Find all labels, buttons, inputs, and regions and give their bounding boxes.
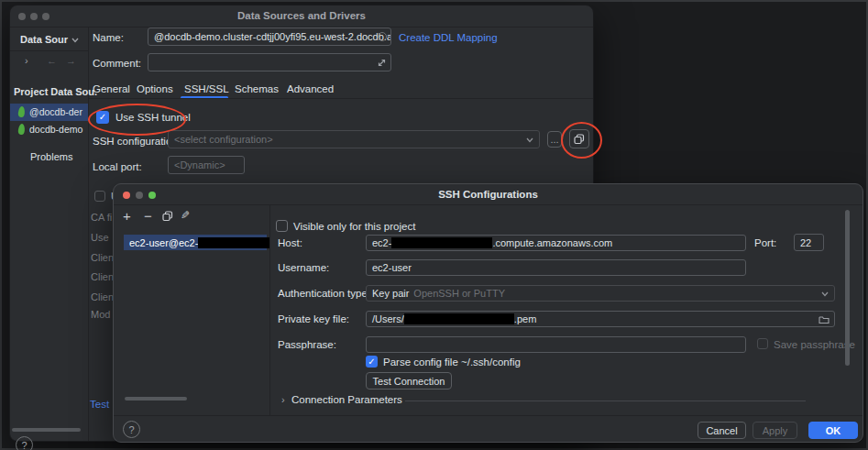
edit-pencil-icon[interactable]: ✎: [181, 209, 190, 222]
visible-only-label: Visible only for this project: [293, 221, 415, 232]
username-input[interactable]: ec2-user: [366, 259, 746, 276]
port-input[interactable]: 22: [794, 234, 824, 251]
copy-from-button[interactable]: [569, 129, 589, 148]
help-button[interactable]: ?: [16, 436, 33, 450]
horizontal-scrollbar[interactable]: [125, 397, 187, 401]
tab-schemas[interactable]: Schemas: [235, 83, 279, 94]
truststore-label-fragment: Use: [91, 232, 109, 243]
cancel-button[interactable]: Cancel: [698, 422, 746, 439]
tab-ssh-ssl[interactable]: SSH/SSL: [184, 83, 229, 94]
private-key-input[interactable]: /Users/ .pem: [366, 311, 835, 327]
ssh-configuration-select[interactable]: <select configuration>: [168, 130, 540, 148]
passphrase-input[interactable]: [366, 336, 746, 353]
apply-button[interactable]: Apply: [753, 422, 797, 439]
horizontal-scrollbar[interactable]: [12, 428, 81, 432]
chevron-down-icon: [820, 291, 830, 298]
chevron-down-icon[interactable]: [71, 37, 80, 44]
username-label: Username:: [278, 262, 329, 273]
datasource-item-label: docdb-demo: [29, 124, 86, 135]
key-suffix: .pem: [514, 313, 536, 324]
datasource-item-selected[interactable]: @docdb-der: [10, 104, 88, 121]
problems-label[interactable]: Problems: [30, 151, 72, 162]
section-rule: [405, 401, 806, 401]
copy-icon[interactable]: [162, 211, 173, 222]
remove-icon[interactable]: −: [144, 209, 152, 223]
save-passphrase-label: Save passphrase: [774, 339, 855, 350]
host-label: Host:: [278, 237, 302, 248]
ssh-config-list-panel: + − ✎ ec2-user@ec2-: [114, 204, 270, 415]
spinner-icon: [378, 32, 387, 41]
tabs-separator: [88, 98, 593, 99]
use-ssh-tunnel-label: Use SSH tunnel: [115, 112, 191, 123]
datasource-item-label: @docdb-der: [29, 106, 86, 117]
test-connection-link-fragment[interactable]: Test: [90, 399, 109, 410]
create-ddl-mapping-link[interactable]: Create DDL Mapping: [399, 32, 498, 43]
forward-arrow-icon[interactable]: →: [66, 55, 76, 66]
collapse-chevron-icon[interactable]: ›: [281, 394, 285, 405]
cancel-label: Cancel: [706, 425, 737, 436]
host-prefix: ec2-: [372, 237, 391, 248]
help-glyph: ?: [21, 440, 27, 450]
tab-advanced[interactable]: Advanced: [287, 83, 334, 94]
use-ssl-checkbox[interactable]: [94, 191, 105, 202]
chevron-down-icon: [525, 137, 534, 144]
mode-label-fragment: Mod: [91, 309, 110, 320]
ellipsis-label: ...: [550, 134, 558, 145]
ssh-configuration-value: <select configuration>: [174, 134, 273, 145]
help-button[interactable]: ?: [123, 421, 140, 438]
comment-input[interactable]: [148, 53, 391, 71]
back-arrow-icon[interactable]: ←: [47, 55, 57, 66]
key-prefix: /Users/: [372, 313, 404, 324]
ssh-configurations-dialog: SSH Configurations + − ✎ ec2-user@ec2- V…: [113, 183, 863, 443]
ca-file-label-fragment: CA fi: [91, 212, 112, 223]
mongodb-icon: [17, 106, 25, 118]
redaction-box: [404, 313, 514, 324]
main-titlebar: Data Sources and Drivers: [10, 5, 593, 27]
sidebar-header[interactable]: Data Sour: [20, 34, 70, 45]
visible-only-checkbox[interactable]: [276, 220, 288, 232]
local-port-input[interactable]: <Dynamic>: [168, 156, 245, 174]
test-connection-button[interactable]: Test Connection: [366, 372, 452, 390]
tab-options[interactable]: Options: [137, 83, 173, 94]
auth-type-select[interactable]: Key pair OpenSSH or PuTTY: [366, 285, 835, 302]
tab-general[interactable]: General: [93, 83, 130, 94]
ssh-config-list-item-selected[interactable]: ec2-user@ec2-: [124, 235, 267, 250]
parse-config-checkbox[interactable]: ✓: [366, 356, 378, 368]
folder-icon[interactable]: [819, 315, 830, 324]
local-port-value: <Dynamic>: [174, 159, 225, 170]
ok-label: OK: [826, 425, 841, 436]
ssh-titlebar: SSH Configurations: [114, 184, 863, 205]
connection-parameters-label[interactable]: Connection Parameters: [291, 394, 402, 405]
datasource-item[interactable]: docdb-demo: [10, 121, 88, 138]
test-connection-label: Test Connection: [373, 376, 445, 387]
main-dialog-title: Data Sources and Drivers: [10, 10, 593, 21]
expand-field-icon[interactable]: [377, 58, 387, 68]
sidebar-divider: [10, 50, 88, 51]
auth-type-value: Key pair: [372, 288, 409, 299]
redaction-box: [391, 237, 492, 248]
footer-separator: [114, 415, 863, 416]
ssh-dialog-title: SSH Configurations: [114, 189, 863, 200]
host-input[interactable]: ec2- .compute.amazonaws.com: [366, 235, 746, 251]
main-sidebar: Data Sour › ← → Project Data Sou. @docdb…: [10, 27, 89, 441]
name-input[interactable]: @docdb-demo.cluster-cdtjj00yfi95.eu-west…: [148, 27, 391, 46]
redaction-box: [198, 237, 269, 248]
host-suffix: .compute.amazonaws.com: [492, 237, 612, 248]
local-port-label: Local port:: [93, 161, 142, 172]
browse-configurations-button[interactable]: ...: [547, 131, 562, 148]
expand-icon[interactable]: ›: [25, 55, 28, 66]
add-icon[interactable]: +: [123, 209, 131, 223]
port-value: 22: [800, 237, 811, 248]
mongodb-icon: [17, 124, 25, 136]
save-passphrase-checkbox: [757, 338, 768, 349]
private-key-label: Private key file:: [278, 313, 349, 324]
project-group-label: Project Data Sou.: [14, 86, 97, 97]
client-cert-label-fragment: Clien: [91, 252, 114, 263]
name-label: Name:: [93, 32, 124, 43]
parse-config-label: Parse config file ~/.ssh/config: [383, 357, 521, 368]
ok-button[interactable]: OK: [808, 422, 858, 439]
screenshot-root: Data Sources and Drivers Data Sour › ← →…: [0, 0, 868, 450]
use-ssh-tunnel-checkbox[interactable]: ✓: [96, 111, 109, 124]
username-value: ec2-user: [372, 262, 412, 273]
vertical-scrollbar[interactable]: [845, 210, 850, 366]
